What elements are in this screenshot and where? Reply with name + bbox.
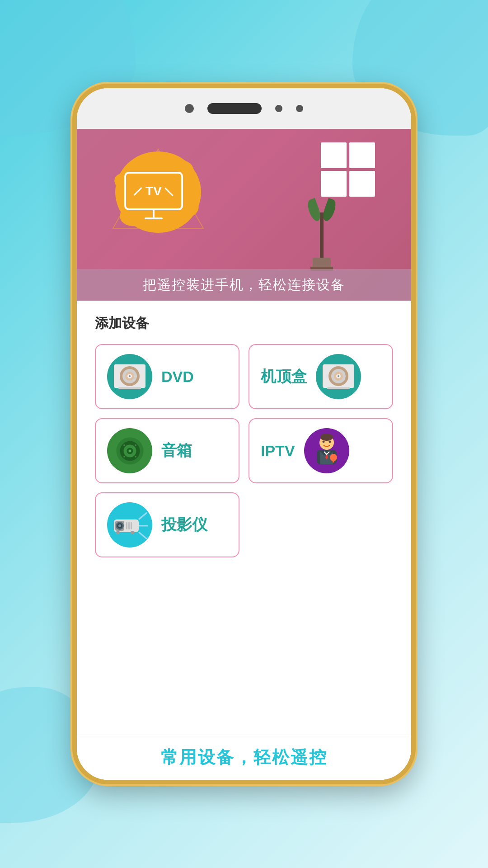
front-camera	[185, 104, 194, 113]
svg-point-31	[135, 456, 136, 458]
settopbox-icon-circle	[316, 354, 361, 399]
projector-card[interactable]: 投影仪	[95, 492, 239, 557]
phone-frame: TV 把遥控装进手机，轻松连接设备 添加设备	[72, 84, 416, 784]
dvd-card[interactable]: DVD	[95, 344, 239, 409]
bottom-tagline: 常用设备，轻松遥控	[77, 735, 411, 780]
svg-rect-39	[333, 459, 334, 462]
banner: TV 把遥控装进手机，轻松连接设备	[77, 129, 411, 301]
iptv-icon-circle	[304, 428, 349, 473]
svg-rect-47	[131, 522, 132, 529]
svg-point-29	[135, 444, 136, 446]
svg-point-30	[123, 456, 125, 458]
tagline-text: 常用设备，轻松遥控	[161, 746, 328, 769]
speaker-icon-circle	[107, 428, 152, 473]
projector-label: 投影仪	[161, 514, 207, 535]
tv-icon: TV	[124, 172, 183, 219]
dvd-label: DVD	[161, 368, 194, 386]
speaker-icon	[113, 434, 147, 468]
dvd-icon-circle	[107, 354, 152, 399]
dvd-icon	[112, 361, 148, 392]
main-content: 添加设备	[77, 301, 411, 735]
settopbox-label: 机顶盒	[261, 366, 307, 387]
speaker-label: 音箱	[161, 440, 192, 461]
speaker-card[interactable]: 音箱	[95, 418, 239, 483]
window-pane-3	[321, 171, 347, 197]
svg-rect-49	[131, 531, 134, 534]
iptv-label: IPTV	[261, 442, 295, 460]
window-grid-decoration	[321, 142, 375, 197]
svg-point-14	[129, 375, 131, 377]
light-sensor	[296, 105, 303, 112]
svg-point-35	[328, 441, 331, 443]
window-pane-2	[349, 142, 375, 168]
svg-rect-15	[118, 387, 141, 389]
svg-rect-46	[128, 522, 130, 529]
settopbox-icon	[320, 361, 357, 392]
proximity-sensor	[275, 105, 282, 112]
svg-point-44	[118, 524, 121, 527]
app-logo: TV	[113, 147, 212, 246]
plant-decoration	[309, 199, 334, 271]
projector-icon-circle	[107, 502, 152, 547]
svg-point-34	[322, 441, 324, 443]
phone-screen: TV 把遥控装进手机，轻松连接设备 添加设备	[77, 129, 411, 780]
svg-rect-48	[116, 531, 120, 534]
earpiece-speaker	[207, 103, 262, 114]
svg-point-27	[128, 449, 131, 452]
svg-point-21	[338, 375, 339, 377]
settopbox-card[interactable]: 机顶盒	[249, 344, 393, 409]
window-pane-4	[349, 171, 375, 197]
banner-subtitle-bar: 把遥控装进手机，轻松连接设备	[77, 269, 411, 301]
device-grid: DVD 机顶盒	[95, 344, 393, 557]
projector-icon	[112, 510, 148, 540]
section-title: 添加设备	[95, 314, 393, 333]
iptv-card[interactable]: IPTV	[249, 418, 393, 483]
svg-rect-22	[327, 387, 350, 389]
window-pane-1	[321, 142, 347, 168]
banner-subtitle-text: 把遥控装进手机，轻松连接设备	[143, 276, 345, 294]
svg-point-28	[123, 444, 125, 446]
phone-top-bar	[77, 88, 411, 129]
iptv-person-icon	[309, 433, 345, 469]
svg-rect-45	[126, 522, 127, 529]
svg-point-36	[320, 434, 333, 441]
